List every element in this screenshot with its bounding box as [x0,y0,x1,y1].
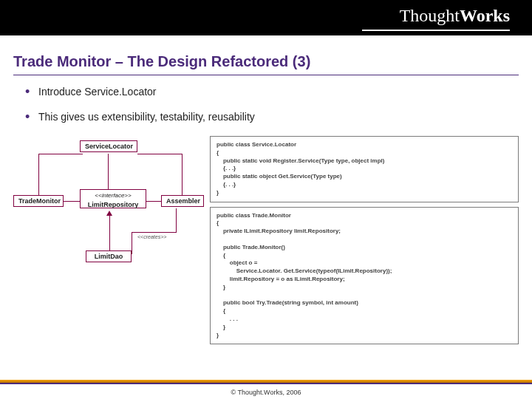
uml-line [38,154,83,154]
uml-box-servicelocator: ServiceLocator [80,140,137,152]
uml-repo-name: LimitRepository [88,201,139,208]
uml-line [132,232,176,233]
uml-diagram: ServiceLocator TradeMonitor <<interface>… [13,136,205,349]
uml-line [146,201,161,202]
uml-line [182,154,183,195]
uml-box-limitdao: LimitDao [86,250,132,262]
uml-stereotype: <<interface>> [85,191,141,200]
code-block-trademonitor: public class Trade.Monitor { private ILi… [210,207,519,345]
uml-box-trademonitor: TradeMonitor [13,195,64,207]
code-block-servicelocator: public class Service.Locator { public st… [210,136,519,202]
bullet-list: Introduce Service.Locator This gives us … [25,86,514,123]
uml-box-limitrepository: <<interface>> LimitRepository [80,189,146,208]
bullet-item: Introduce Service.Locator [25,86,514,98]
copyright-text: © Thought.Works, 2006 [0,389,532,396]
brand-thin: Thought [400,6,460,25]
header-bar: ThoughtWorks [0,0,532,35]
title-rule [13,75,519,75]
uml-creates-label: <<creates>> [137,234,166,239]
uml-line [108,154,109,189]
uml-line [38,154,39,195]
bullet-item: This gives us extensibility, testability… [25,111,514,123]
brand-underline [362,30,510,31]
uml-line [137,154,182,154]
uml-line [132,232,132,254]
uml-arrowhead-icon [106,211,112,216]
brand-logo: ThoughtWorks [400,6,510,26]
slide-title: Trade Monitor – The Design Refactored (3… [13,53,519,70]
uml-line [109,216,110,250]
uml-box-assembler: Assembler [161,195,204,207]
footer-accent-bar [0,380,532,383]
content-row: ServiceLocator TradeMonitor <<interface>… [13,136,519,349]
code-column: public class Service.Locator { public st… [210,136,519,349]
uml-line [64,201,80,202]
brand-bold: Works [460,6,510,25]
uml-line [176,208,177,233]
